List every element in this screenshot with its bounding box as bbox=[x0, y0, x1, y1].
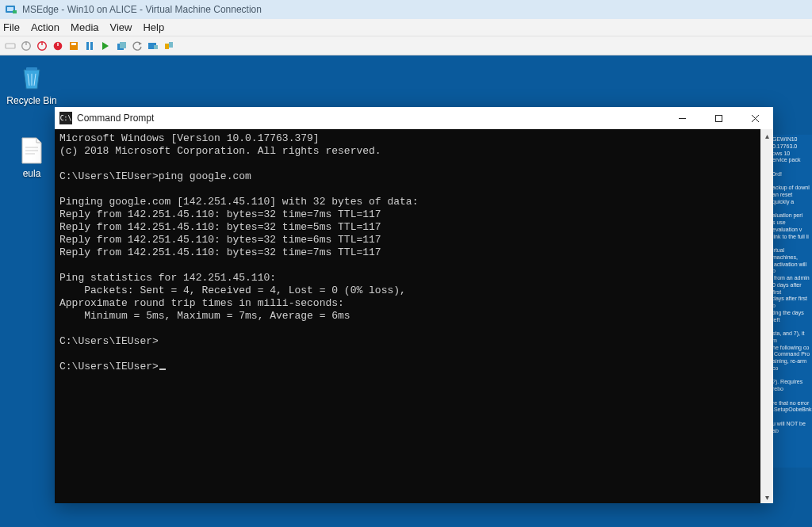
text-file-icon bbox=[16, 135, 48, 166]
terminal-scrollbar[interactable]: ▴ ▾ bbox=[760, 129, 773, 503]
shutdown-icon[interactable] bbox=[51, 39, 65, 53]
command-prompt-icon: C:\ bbox=[59, 112, 72, 124]
svg-rect-27 bbox=[715, 115, 722, 121]
menu-file[interactable]: File bbox=[3, 21, 20, 33]
svg-rect-20 bbox=[165, 44, 169, 49]
close-button[interactable] bbox=[737, 107, 773, 129]
pause-icon[interactable] bbox=[82, 39, 97, 53]
svg-marker-17 bbox=[139, 42, 142, 45]
maximize-button[interactable] bbox=[700, 107, 737, 129]
minimize-button[interactable] bbox=[664, 107, 700, 129]
svg-rect-1 bbox=[7, 7, 13, 11]
vm-title-text: MSEdge - Win10 on ALICE - Virtual Machin… bbox=[22, 4, 262, 15]
svg-rect-2 bbox=[13, 10, 17, 13]
svg-rect-22 bbox=[26, 67, 37, 71]
svg-rect-16 bbox=[120, 42, 126, 48]
desktop-icon-eula[interactable]: eula bbox=[3, 135, 60, 179]
desktop-icon-label: eula bbox=[3, 168, 60, 179]
scroll-up-icon[interactable]: ▴ bbox=[760, 129, 773, 142]
share-icon[interactable] bbox=[162, 39, 176, 53]
svg-rect-5 bbox=[25, 42, 26, 45]
vm-app-icon bbox=[5, 3, 17, 16]
svg-rect-13 bbox=[90, 42, 93, 50]
svg-rect-19 bbox=[154, 45, 158, 49]
svg-rect-7 bbox=[41, 42, 42, 45]
recycle-bin-icon bbox=[16, 62, 48, 94]
enhanced-icon[interactable] bbox=[146, 39, 160, 53]
reset-icon[interactable] bbox=[98, 39, 113, 53]
guest-desktop[interactable]: Recycle Bin eula GEWIN10 0.17763.0 ows 1… bbox=[0, 55, 812, 527]
menu-help[interactable]: Help bbox=[143, 21, 164, 33]
svg-rect-12 bbox=[86, 42, 89, 50]
svg-rect-3 bbox=[6, 44, 15, 48]
vm-menu-bar: File Action Media View Help bbox=[0, 19, 812, 36]
vm-title-bar: MSEdge - Win10 on ALICE - Virtual Machin… bbox=[0, 0, 812, 19]
desktop-icon-label: Recycle Bin bbox=[3, 95, 60, 106]
svg-marker-14 bbox=[102, 42, 109, 50]
start-icon[interactable] bbox=[19, 39, 33, 53]
scroll-down-icon[interactable]: ▾ bbox=[760, 491, 773, 503]
svg-rect-21 bbox=[169, 42, 173, 48]
command-prompt-window[interactable]: C:\ Command Prompt Microsoft Windows [Ve… bbox=[55, 107, 773, 503]
terminal-output[interactable]: Microsoft Windows [Version 10.0.17763.37… bbox=[55, 129, 760, 503]
checkpoint-icon[interactable] bbox=[114, 39, 128, 53]
scroll-track[interactable] bbox=[760, 142, 773, 491]
desktop-icon-recycle-bin[interactable]: Recycle Bin bbox=[3, 62, 60, 106]
save-icon[interactable] bbox=[67, 39, 81, 53]
ctrl-alt-del-icon[interactable] bbox=[3, 39, 17, 53]
command-prompt-title-bar[interactable]: C:\ Command Prompt bbox=[55, 107, 773, 129]
menu-view[interactable]: View bbox=[110, 21, 132, 33]
svg-rect-11 bbox=[71, 43, 76, 45]
background-readme: GEWIN10 0.17763.0 ows 10 ervice pack 0rd… bbox=[771, 135, 812, 468]
svg-rect-9 bbox=[57, 43, 58, 46]
menu-media[interactable]: Media bbox=[71, 21, 98, 33]
turnoff-icon[interactable] bbox=[35, 39, 49, 53]
command-prompt-title-text: Command Prompt bbox=[77, 113, 154, 124]
menu-action[interactable]: Action bbox=[31, 21, 59, 33]
revert-icon[interactable] bbox=[130, 39, 144, 53]
vm-toolbar bbox=[0, 36, 812, 55]
